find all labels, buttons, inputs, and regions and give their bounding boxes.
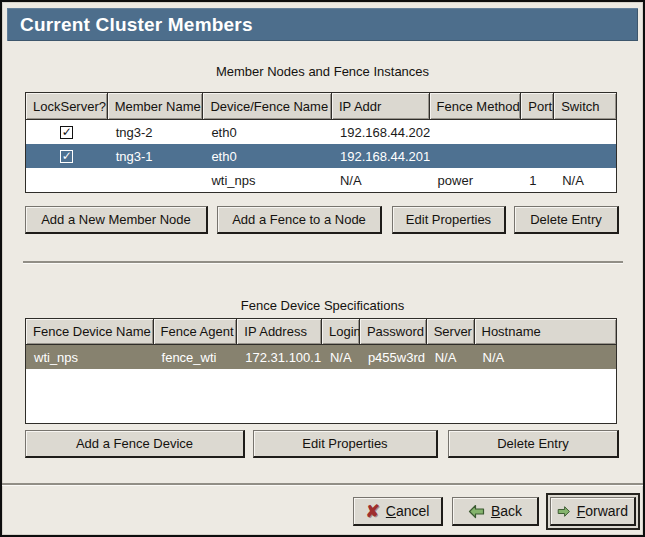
column-header-fence-method[interactable]: Fence Method <box>430 93 522 120</box>
column-header-device-fence[interactable]: Device/Fence Name <box>203 93 332 120</box>
lockserver-cell <box>26 168 108 192</box>
footer-separator <box>2 483 643 485</box>
ip-addr-cell: 192.168.44.201 <box>332 144 430 168</box>
fence-table-header-row: Fence Device Name Fence Agent IP Address… <box>26 319 616 345</box>
fence-method-cell <box>430 144 522 168</box>
fence-agent-cell: fence_wti <box>154 345 238 369</box>
cancel-x-icon: ✘ <box>366 503 380 520</box>
member-name-cell: tng3-1 <box>108 144 204 168</box>
member-table-header-row: LockServer? Member Name Device/Fence Nam… <box>26 93 616 120</box>
title-bar: Current Cluster Members <box>7 8 638 41</box>
member-nodes-table: LockServer? Member Name Device/Fence Nam… <box>25 92 617 193</box>
edit-properties-button[interactable]: Edit Properties <box>253 430 438 458</box>
back-label: Back <box>491 503 522 519</box>
lockserver-cell: ✓ <box>26 120 108 144</box>
member-name-cell: tng3-2 <box>108 120 204 144</box>
section-separator <box>23 261 623 263</box>
add-member-node-button[interactable]: Add a New Member Node <box>25 206 208 234</box>
column-header-member-name[interactable]: Member Name <box>108 93 204 120</box>
column-header-fence-device-name[interactable]: Fence Device Name <box>26 319 154 345</box>
switch-cell <box>554 120 616 144</box>
add-fence-device-button[interactable]: Add a Fence Device <box>25 430 245 458</box>
ip-address-cell: 172.31.100.1 <box>237 345 322 369</box>
lockserver-checkbox[interactable]: ✓ <box>60 150 73 163</box>
cancel-button[interactable]: ✘ Cancel <box>353 497 443 526</box>
column-header-password[interactable]: Password <box>360 319 427 345</box>
hostname-cell: N/A <box>475 345 617 369</box>
fence-method-cell <box>430 120 522 144</box>
delete-entry-button[interactable]: Delete Entry <box>514 206 619 234</box>
member-name-cell <box>108 168 204 192</box>
lockserver-checkbox[interactable]: ✓ <box>60 126 73 139</box>
column-header-fence-agent[interactable]: Fence Agent <box>154 319 238 345</box>
cancel-label: Cancel <box>386 503 430 519</box>
back-button[interactable]: Back <box>452 497 539 526</box>
ip-addr-cell: N/A <box>332 168 430 192</box>
edit-properties-button[interactable]: Edit Properties <box>392 206 506 234</box>
member-table-caption: Member Nodes and Fence Instances <box>2 64 643 79</box>
forward-label: Forward <box>577 503 628 519</box>
device-fence-cell: wti_nps <box>203 168 332 192</box>
fence-table-caption: Fence Device Specifications <box>2 298 643 313</box>
dialog-window: Current Cluster Members Member Nodes and… <box>0 0 645 537</box>
fence-method-cell: power <box>430 168 522 192</box>
delete-entry-button[interactable]: Delete Entry <box>448 430 619 458</box>
table-row[interactable]: ✓ tng3-2 eth0 192.168.44.202 <box>26 120 616 144</box>
checkbox-check-icon: ✓ <box>62 126 72 138</box>
back-arrow-icon <box>468 504 485 519</box>
ip-addr-cell: 192.168.44.202 <box>332 120 430 144</box>
port-cell <box>521 120 554 144</box>
forward-default-ring: Forward <box>546 493 640 530</box>
device-fence-cell: eth0 <box>203 120 332 144</box>
table-row-selected[interactable]: ✓ tng3-1 eth0 192.168.44.201 <box>26 144 616 168</box>
switch-cell <box>554 144 616 168</box>
table-row-selected[interactable]: wti_nps fence_wti 172.31.100.1 N/A p455w… <box>26 345 616 369</box>
switch-cell: N/A <box>554 168 616 192</box>
column-header-switch[interactable]: Switch <box>554 93 616 120</box>
add-fence-to-node-button[interactable]: Add a Fence to a Node <box>217 206 382 234</box>
port-cell: 1 <box>521 168 554 192</box>
column-header-login[interactable]: Login <box>322 319 360 345</box>
checkbox-check-icon: ✓ <box>62 150 72 162</box>
forward-arrow-icon <box>557 504 571 519</box>
column-header-ip-address[interactable]: IP Address <box>237 319 322 345</box>
device-fence-cell: eth0 <box>203 144 332 168</box>
lockserver-cell: ✓ <box>26 144 108 168</box>
page-title: Current Cluster Members <box>7 14 253 36</box>
column-header-server[interactable]: Server <box>427 319 475 345</box>
fence-devices-table: Fence Device Name Fence Agent IP Address… <box>25 318 617 424</box>
column-header-port[interactable]: Port <box>521 93 554 120</box>
password-cell: p455w3rd <box>360 345 427 369</box>
server-cell: N/A <box>427 345 475 369</box>
fence-device-name-cell: wti_nps <box>26 345 154 369</box>
column-header-lockserver[interactable]: LockServer? <box>26 93 108 120</box>
forward-button[interactable]: Forward <box>550 497 636 526</box>
port-cell <box>521 144 554 168</box>
login-cell: N/A <box>322 345 360 369</box>
table-row[interactable]: wti_nps N/A power 1 N/A <box>26 168 616 192</box>
column-header-hostname[interactable]: Hostname <box>475 319 617 345</box>
column-header-ip-addr[interactable]: IP Addr <box>332 93 430 120</box>
